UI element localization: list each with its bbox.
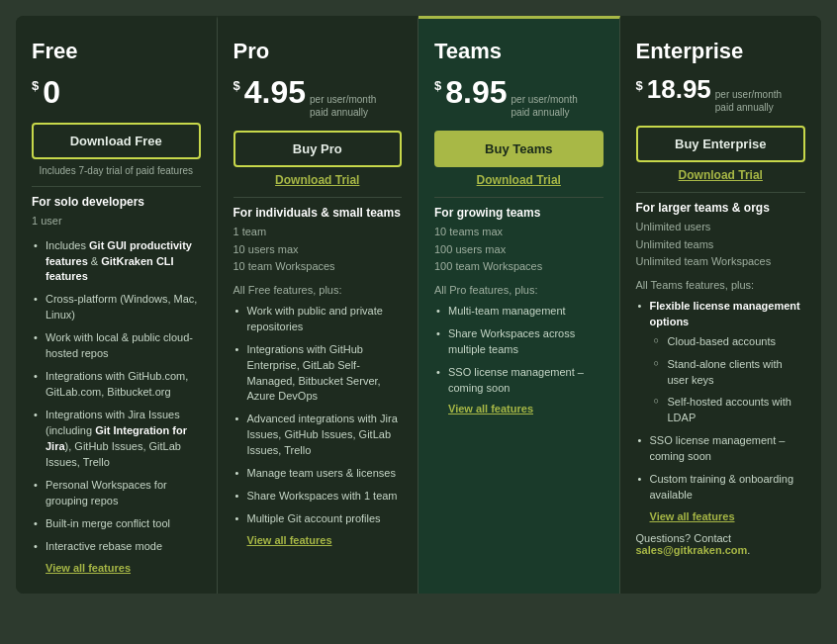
- pro-features-list: Work with public and private repositorie…: [233, 304, 403, 527]
- enterprise-feature-3: Custom training & onboarding available: [636, 472, 806, 504]
- free-audience-details: 1 user: [32, 213, 201, 230]
- teams-plan-name: Teams: [434, 39, 604, 64]
- plan-pro: Pro $ 4.95 per user/monthpaid annually B…: [218, 16, 419, 594]
- free-dollar-sign: $: [32, 78, 39, 93]
- enterprise-features-list: Flexible license management options Clou…: [636, 299, 806, 504]
- free-download-button[interactable]: Download Free: [32, 123, 201, 159]
- pricing-grid: Free $ 0 Download Free Includes 7-day tr…: [16, 16, 821, 594]
- free-feature-6: Personal Workspaces for grouping repos: [32, 478, 201, 509]
- pro-feature-1: Work with public and private repositorie…: [233, 304, 403, 335]
- plan-free: Free $ 0 Download Free Includes 7-day tr…: [16, 16, 218, 594]
- free-feature-1: Includes Git GUI productivity features &…: [32, 238, 201, 286]
- teams-feature-3: SSO license management – coming soon: [434, 365, 604, 397]
- teams-price-meta: per user/monthpaid annually: [512, 93, 578, 119]
- pro-features-intro: All Free features, plus:: [233, 284, 403, 296]
- enterprise-dollar-sign: $: [636, 78, 643, 93]
- enterprise-audience-label: For larger teams & orgs: [636, 201, 806, 215]
- enterprise-sublicenses-list: Cloud-based accounts Stand-alone clients…: [650, 334, 806, 427]
- enterprise-sub-1: Cloud-based accounts: [650, 334, 806, 350]
- teams-features-list: Multi-team management Share Workspaces a…: [434, 304, 604, 397]
- free-feature-3: Work with local & public cloud-hosted re…: [32, 330, 201, 362]
- teams-view-all-link[interactable]: View all features: [434, 403, 604, 414]
- enterprise-contact-email[interactable]: sales@gitkraken.com: [636, 544, 748, 556]
- pro-plan-name: Pro: [233, 39, 403, 64]
- enterprise-sub-2: Stand-alone clients with user keys: [650, 357, 806, 389]
- teams-trial-link[interactable]: Download Trial: [434, 173, 604, 187]
- enterprise-feature-2: SSO license management – coming soon: [636, 433, 806, 465]
- free-plan-name: Free: [32, 39, 201, 64]
- enterprise-plan-name: Enterprise: [636, 39, 806, 64]
- enterprise-price-row: $ 18.95 per user/monthpaid annually: [636, 74, 806, 114]
- enterprise-sub-3: Self-hosted accounts with LDAP: [650, 395, 806, 426]
- pro-feature-5: Share Workspaces with 1 team: [233, 489, 403, 505]
- pro-dollar-sign: $: [233, 78, 240, 93]
- enterprise-contact-text: Questions? Contact sales@gitkraken.com.: [636, 532, 806, 556]
- pro-price-meta: per user/monthpaid annually: [310, 93, 376, 119]
- plan-teams: Teams $ 8.95 per user/monthpaid annually…: [418, 16, 620, 594]
- teams-feature-1: Multi-team management: [434, 304, 604, 320]
- pro-feature-3: Advanced integrations with Jira Issues, …: [233, 412, 403, 459]
- teams-price-row: $ 8.95 per user/monthpaid annually: [434, 74, 604, 119]
- enterprise-buy-button[interactable]: Buy Enterprise: [636, 126, 806, 162]
- pro-feature-4: Manage team users & licenses: [233, 466, 403, 482]
- teams-buy-button[interactable]: Buy Teams: [434, 131, 604, 167]
- free-view-all-link[interactable]: View all features: [32, 562, 201, 574]
- teams-feature-2: Share Workspaces across multiple teams: [434, 326, 604, 358]
- free-feature-5: Integrations with Jira Issues (including…: [32, 408, 201, 471]
- pro-audience-details: 1 team10 users max10 team Workspaces: [233, 224, 403, 276]
- free-price-amount: 0: [43, 74, 60, 111]
- teams-audience-label: For growing teams: [434, 206, 604, 220]
- teams-audience-details: 10 teams max100 users max100 team Worksp…: [434, 224, 604, 276]
- teams-dollar-sign: $: [434, 78, 441, 93]
- enterprise-feature-1: Flexible license management options Clou…: [636, 299, 806, 427]
- enterprise-features-intro: All Teams features, plus:: [636, 279, 806, 291]
- enterprise-price-meta: per user/monthpaid annually: [715, 88, 782, 114]
- pro-buy-button[interactable]: Buy Pro: [233, 131, 403, 167]
- free-feature-8: Interactive rebase mode: [32, 539, 201, 555]
- teams-price-amount: 8.95: [445, 74, 507, 111]
- enterprise-view-all-link[interactable]: View all features: [636, 510, 806, 522]
- free-audience-label: For solo developers: [32, 195, 201, 209]
- free-trial-note: Includes 7-day trial of paid features: [32, 165, 201, 176]
- pro-feature-2: Integrations with GitHub Enterprise, Git…: [233, 342, 403, 406]
- pro-price-amount: 4.95: [244, 74, 306, 111]
- free-feature-4: Integrations with GitHub.com, GitLab.com…: [32, 369, 201, 401]
- free-features-list: Includes Git GUI productivity features &…: [32, 238, 201, 555]
- enterprise-trial-link[interactable]: Download Trial: [636, 168, 806, 182]
- enterprise-audience-details: Unlimited usersUnlimited teamsUnlimited …: [636, 219, 806, 271]
- free-price-row: $ 0: [32, 74, 201, 111]
- pro-price-row: $ 4.95 per user/monthpaid annually: [233, 74, 403, 119]
- plan-enterprise: Enterprise $ 18.95 per user/monthpaid an…: [620, 16, 822, 594]
- free-feature-7: Built-in merge conflict tool: [32, 516, 201, 532]
- pro-view-all-link[interactable]: View all features: [233, 534, 403, 546]
- pro-audience-label: For individuals & small teams: [233, 206, 403, 220]
- free-feature-2: Cross-platform (Windows, Mac, Linux): [32, 292, 201, 323]
- pro-feature-6: Multiple Git account profiles: [233, 511, 403, 527]
- teams-features-intro: All Pro features, plus:: [434, 284, 604, 296]
- pro-trial-link[interactable]: Download Trial: [233, 173, 403, 187]
- enterprise-price-amount: 18.95: [647, 74, 711, 105]
